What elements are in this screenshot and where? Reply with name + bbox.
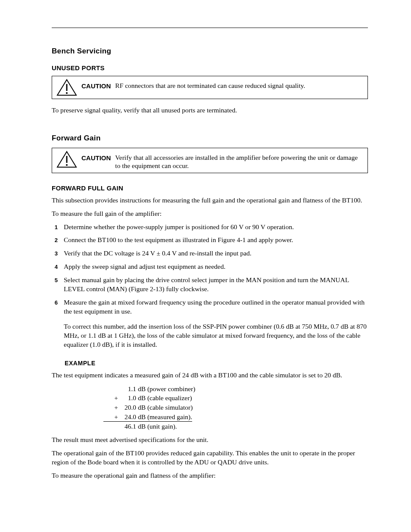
steps-list: 1 Determine whether the power-supply jum…: [52, 223, 368, 349]
step-item: 3 Verify that the DC voltage is 24 V ± 0…: [52, 249, 368, 258]
step-text: Connect the BT100 to the test equipment …: [64, 236, 368, 245]
calc-label: (power combiner): [147, 385, 195, 392]
step-number: 4: [52, 262, 58, 271]
step-number: 2: [52, 236, 58, 245]
calc-label: (unit gain).: [147, 423, 177, 430]
step-text: Determine whether the power-supply jumpe…: [64, 223, 368, 232]
step-number: 5: [52, 276, 58, 294]
step-item: 4 Apply the sweep signal and adjust test…: [52, 262, 368, 271]
calc-line: +1.0 dB (cable equalizer): [103, 393, 368, 403]
caution-icon: [56, 79, 77, 96]
caution-body-text: Verify that all accessories are installe…: [115, 151, 363, 170]
step6-extra: To correct this number, add the insertio…: [64, 322, 368, 349]
calc-block: 1.1 dB (power combiner) +1.0 dB (cable e…: [103, 384, 368, 431]
caution-label: CAUTION: [81, 151, 111, 162]
calc-val: 46.1 dB: [120, 422, 146, 431]
calc-val: 1.1 dB: [120, 384, 146, 394]
op-gain-lead: To measure the operational gain and flat…: [52, 471, 368, 480]
unused-ports-body: To preserve signal quality, verify that …: [52, 106, 368, 115]
top-rule: [52, 28, 368, 28]
post-calc: The result must meet advertised specific…: [52, 436, 368, 445]
calc-label: (measured gain).: [147, 413, 192, 420]
step-item: 1 Determine whether the power-supply jum…: [52, 223, 368, 232]
calc-line: 46.1 dB (unit gain).: [103, 422, 368, 431]
example-intro: The test equipment indicates a measured …: [52, 371, 368, 380]
caution-label: CAUTION: [81, 79, 111, 90]
calc-line: 1.1 dB (power combiner): [103, 384, 368, 394]
svg-point-2: [66, 92, 68, 94]
calc-line: +24.0 dB (measured gain).: [103, 412, 368, 422]
forward-gain-intro: This subsection provides instructions fo…: [52, 196, 368, 205]
calc-line: +20.0 dB (cable simulator): [103, 403, 368, 412]
step-item: 5 Select manual gain by placing the driv…: [52, 276, 368, 294]
step6-main: Measure the gain at mixed forward freque…: [64, 299, 364, 315]
calc-val: 1.0 dB: [120, 393, 146, 403]
forward-gain-lead-in: To measure the full gain of the amplifie…: [52, 209, 368, 218]
caution-body-text: RF connectors that are not terminated ca…: [115, 79, 363, 90]
step-item: 6 Measure the gain at mixed forward freq…: [52, 298, 368, 349]
calc-label: (cable simulator): [147, 404, 193, 411]
calc-label: (cable equalizer): [147, 394, 192, 401]
heading-example: EXAMPLE: [65, 360, 355, 367]
calc-val: 24.0 dB: [120, 412, 146, 422]
step-number: 1: [52, 223, 58, 232]
caution-icon: [56, 151, 77, 168]
heading-forward-full-gain: FORWARD FULL GAIN: [52, 184, 368, 192]
step-number: 3: [52, 249, 58, 258]
step-text: Select manual gain by placing the drive …: [64, 276, 368, 294]
step-item: 2 Connect the BT100 to the test equipmen…: [52, 236, 368, 245]
step-text: Verify that the DC voltage is 24 V ± 0.4…: [64, 249, 368, 258]
heading-forward-gain: Forward Gain: [52, 134, 368, 143]
caution-box-unused-ports: CAUTION RF connectors that are not termi…: [52, 76, 368, 99]
step-text: Measure the gain at mixed forward freque…: [64, 298, 368, 349]
calc-val: 20.0 dB: [120, 403, 146, 412]
svg-point-5: [66, 164, 68, 166]
op-gain-para: The operational gain of the BT100 provid…: [52, 449, 368, 467]
heading-unused-ports: UNUSED PORTS: [52, 64, 368, 72]
step-number: 6: [52, 298, 58, 349]
heading-bench-servicing: Bench Servicing: [52, 47, 368, 56]
caution-box-forward-gain: CAUTION Verify that all accessories are …: [52, 148, 368, 173]
page: Bench Servicing UNUSED PORTS CAUTION RF …: [0, 0, 411, 532]
step-text: Apply the sweep signal and adjust test e…: [64, 262, 368, 271]
